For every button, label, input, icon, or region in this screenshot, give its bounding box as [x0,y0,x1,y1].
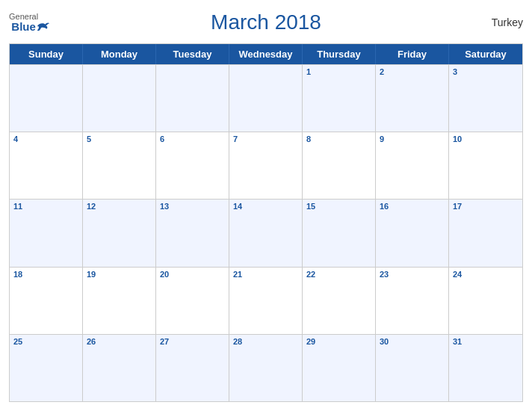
day-number: 21 [233,270,242,279]
day-number: 25 [13,337,22,346]
bird-icon [36,21,49,37]
calendar-title: March 2018 [211,10,321,34]
day-cell: 29 [303,335,376,401]
weeks-container: 1234567891011121314151617181920212223242… [10,64,522,401]
day-cell: 5 [83,132,156,199]
day-number: 7 [233,135,238,143]
week-row-1: 123 [10,64,522,132]
day-number: 27 [160,337,169,346]
day-number: 4 [13,135,18,143]
day-cell: 7 [229,132,303,199]
day-header-tuesday: Tuesday [156,44,229,64]
week-row-5: 25262728293031 [10,334,522,401]
country-label: Turkey [492,16,523,28]
day-cell [156,65,229,132]
day-number: 16 [380,202,389,211]
day-number: 26 [87,337,96,346]
day-cell: 9 [376,132,449,199]
day-cell: 4 [10,132,83,199]
day-number: 30 [380,337,389,346]
day-cell: 16 [376,200,449,266]
day-headers-row: SundayMondayTuesdayWednesdayThursdayFrid… [10,44,522,64]
day-cell: 14 [229,200,303,266]
day-cell: 3 [449,65,522,132]
day-number: 24 [453,270,462,279]
day-cell: 23 [376,268,449,334]
day-cell: 15 [303,200,376,266]
day-number: 17 [453,202,462,211]
day-number: 3 [453,67,457,76]
day-header-friday: Friday [376,44,449,64]
day-cell: 10 [449,132,522,199]
logo-blue-text: Blue [11,20,36,33]
day-number: 14 [233,202,242,211]
day-number: 29 [306,337,315,346]
day-number: 28 [233,337,242,346]
day-cell: 21 [229,268,303,334]
day-cell: 28 [229,335,303,401]
week-row-2: 45678910 [10,132,522,199]
day-cell: 8 [303,132,376,199]
day-cell [229,65,303,132]
day-header-thursday: Thursday [303,44,376,64]
day-number: 9 [380,135,384,143]
day-cell: 11 [10,200,83,266]
day-cell [83,65,156,132]
day-header-sunday: Sunday [10,44,83,64]
day-cell: 25 [10,335,83,401]
day-cell: 27 [156,335,229,401]
day-cell: 20 [156,268,229,334]
day-number: 31 [453,337,462,346]
day-number: 5 [87,135,91,143]
calendar-grid: SundayMondayTuesdayWednesdayThursdayFrid… [9,43,523,402]
day-cell: 17 [449,200,522,266]
day-number: 8 [306,135,311,143]
day-cell: 30 [376,335,449,401]
day-number: 12 [87,202,96,211]
week-row-4: 18192021222324 [10,267,522,334]
day-cell: 2 [376,65,449,132]
day-number: 23 [380,270,389,279]
day-number: 10 [453,135,462,143]
day-cell: 26 [83,335,156,401]
day-number: 1 [306,67,311,76]
day-number: 22 [306,270,315,279]
day-number: 19 [87,270,96,279]
day-cell: 19 [83,268,156,334]
day-header-monday: Monday [83,44,156,64]
day-number: 20 [160,270,169,279]
day-cell: 24 [449,268,522,334]
calendar-header: General Blue March 2018 Turkey [9,7,523,37]
day-number: 13 [160,202,169,211]
day-cell [10,65,83,132]
day-number: 15 [306,202,315,211]
day-number: 2 [380,67,384,76]
day-number: 18 [13,270,22,279]
day-number: 6 [160,135,164,143]
calendar-container: General Blue March 2018 Turkey SundayMon… [0,0,532,411]
day-cell: 13 [156,200,229,266]
day-cell: 12 [83,200,156,266]
day-cell: 22 [303,268,376,334]
day-cell: 6 [156,132,229,199]
day-header-saturday: Saturday [449,44,522,64]
day-header-wednesday: Wednesday [229,44,303,64]
day-number: 11 [13,202,22,211]
day-cell: 1 [303,65,376,132]
week-row-3: 11121314151617 [10,199,522,266]
day-cell: 31 [449,335,522,401]
logo: General Blue [9,13,38,33]
day-cell: 18 [10,268,83,334]
